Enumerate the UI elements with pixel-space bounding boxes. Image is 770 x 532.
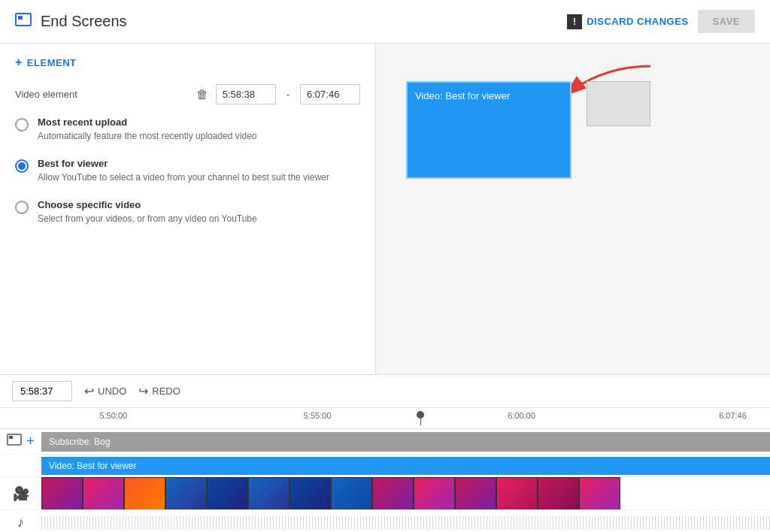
undo-icon: ↩ [84,384,94,398]
ruler-mark-607: 6:07:46 [719,411,747,420]
header-right: ! DISCARD CHANGES SAVE [567,10,755,33]
thumb-7 [290,477,331,509]
left-panel: + ELEMENT Video element 🗑 - Most recent … [0,44,376,374]
thumb-14 [579,477,620,509]
video-bar-label: Video: Best for viewer [49,461,137,471]
thumb-12 [496,477,538,509]
radio-most-recent[interactable] [15,118,29,131]
discard-changes-button[interactable]: ! DISCARD CHANGES [567,14,688,29]
header-left: End Screens [15,13,127,30]
ruler-mark-600: 6:00:00 [508,411,535,420]
video-best-for-viewer-bar[interactable]: Video: Best for viewer [41,457,770,475]
video-camera-icon: 🎥 [13,485,29,502]
preview-card-label: Video: Best for viewer [415,90,510,101]
add-element-label: ELEMENT [27,57,77,68]
option-choose-specific-title: Choose specific video [38,199,257,210]
timeline-ruler: 5:50:00 5:55:00 6:00:00 6:07:46 [0,408,770,429]
playhead-line [420,411,421,425]
add-endscreen-button[interactable]: + [26,434,35,449]
time-start-input[interactable] [216,84,276,104]
option-best-for-viewer-title: Best for viewer [38,158,329,169]
endscreen-track-icon [7,434,22,449]
thumb-1 [41,477,83,509]
save-button[interactable]: SAVE [698,10,755,33]
redo-button[interactable]: ↪ REDO [138,384,180,398]
video-element-label: Video element [15,89,189,100]
option-choose-specific[interactable]: Choose specific video Select from your v… [15,199,360,225]
audio-track: ♪ [0,510,770,532]
option-best-for-viewer-desc: Allow YouTube to select a video from you… [38,171,329,184]
thumb-2 [83,477,124,509]
option-most-recent-title: Most recent upload [38,116,257,128]
timeline-time-input[interactable] [12,381,72,401]
add-element-button[interactable]: + ELEMENT [15,56,360,69]
alert-icon: ! [567,14,582,29]
video-element-track: Video: Best for viewer [0,455,770,477]
thumb-9 [372,477,414,509]
svg-rect-1 [18,16,23,20]
audio-wave [41,516,770,530]
redo-label: REDO [152,385,180,397]
video-element-track-content: Video: Best for viewer [41,455,770,476]
thumb-3 [124,477,165,509]
page-title: End Screens [41,13,127,30]
preview-panel: Video: Best for viewer [376,44,770,374]
time-separator: - [286,89,290,100]
subscribe-bar-label: Subscribe: Bog [49,437,110,447]
timeline-controls: ↩ UNDO ↪ REDO [0,375,770,408]
redo-icon: ↪ [138,384,148,398]
option-best-for-viewer[interactable]: Best for viewer Allow YouTube to select … [15,158,360,184]
timeline-area: ↩ UNDO ↪ REDO 5:50:00 5:55:00 6:00:00 6:… [0,374,770,532]
svg-rect-0 [16,14,31,26]
preview-video-card[interactable]: Video: Best for viewer [406,81,571,179]
video-element-row: Video element 🗑 - [15,84,360,104]
option-choose-specific-desc: Select from your videos, or from any vid… [38,213,257,225]
undo-button[interactable]: ↩ UNDO [84,384,126,398]
subscribe-bar[interactable]: Subscribe: Bog [41,432,770,452]
ruler-mark-555: 5:55:00 [304,411,332,420]
time-end-input[interactable] [300,84,360,104]
option-most-recent[interactable]: Most recent upload Automatically feature… [15,116,360,143]
main-content: + ELEMENT Video element 🗑 - Most recent … [0,44,770,374]
thumb-8 [331,477,372,509]
thumb-10 [414,477,455,509]
thumb-4 [165,477,207,509]
ruler-mark-550: 5:50:00 [100,411,128,420]
timeline-tracks: + Subscribe: Bog Video: Best for viewer … [0,429,770,532]
undo-label: UNDO [98,385,126,397]
thumb-11 [455,477,496,509]
audio-icon: ♪ [17,515,24,530]
thumb-13 [538,477,579,509]
radio-best-for-viewer[interactable] [15,159,29,173]
endscreen-track-content: Subscribe: Bog [41,429,770,454]
option-most-recent-desc: Automatically feature the most recently … [38,130,257,143]
end-screens-icon [15,13,32,30]
svg-rect-4 [9,436,13,439]
radio-choose-specific[interactable] [15,201,29,214]
header: End Screens ! DISCARD CHANGES SAVE [0,0,770,44]
video-thumbnails-track: 🎥 [0,477,770,510]
thumb-5 [207,477,248,509]
audio-waveform [41,510,770,532]
delete-icon[interactable]: 🗑 [196,88,208,101]
thumb-6 [248,477,290,509]
playhead-dot [417,411,424,419]
endscreen-track: + Subscribe: Bog [0,429,770,455]
plus-icon: + [15,56,23,69]
preview-small-card [587,81,650,126]
video-thumbnails-content [41,477,770,509]
